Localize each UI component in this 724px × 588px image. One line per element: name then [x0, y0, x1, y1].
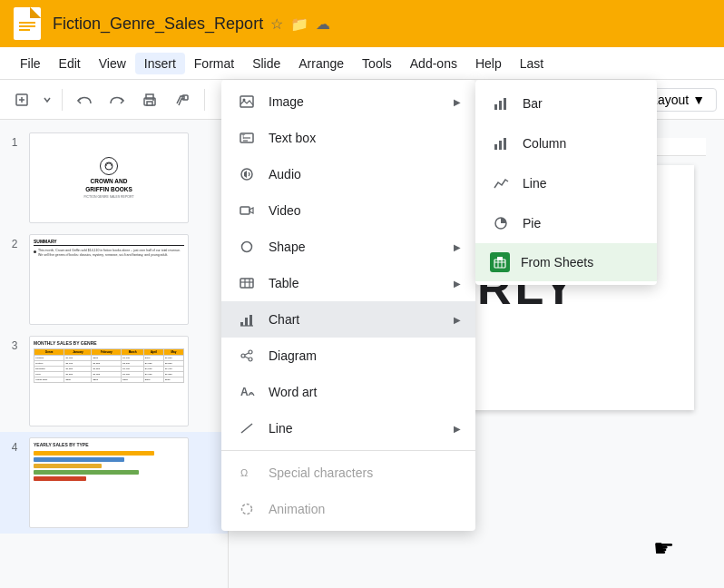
slide-item-4[interactable]: 4 YEARLY SALES BY TYPE	[0, 432, 228, 534]
insert-special-chars-item[interactable]: Ω Special characters	[221, 455, 475, 491]
slide-number-2: 2	[7, 234, 22, 250]
slide-item-3[interactable]: 3 MONTHLY SALES BY GENRE GenreJanuaryFeb…	[0, 330, 228, 432]
menu-tools[interactable]: Tools	[353, 53, 401, 74]
s4-bar-area	[34, 451, 184, 481]
insert-wordart-item[interactable]: A Word art	[221, 374, 475, 410]
slide-item-1[interactable]: 1 CROWN ANDGRIFFIN BOOKS FICTION GENRE S…	[0, 127, 228, 229]
slide-number-1: 1	[7, 132, 22, 149]
star-icon[interactable]: ☆	[270, 15, 283, 33]
menu-help[interactable]: Help	[466, 53, 511, 74]
image-icon	[236, 91, 258, 113]
insert-wordart-label: Word art	[269, 385, 461, 399]
folder-icon[interactable]: 📁	[290, 15, 308, 33]
chart-from-sheets-item[interactable]: From Sheets	[475, 243, 657, 281]
chart-icon	[236, 309, 258, 330]
paint-format-button[interactable]	[168, 85, 197, 114]
undo-button[interactable]	[70, 85, 99, 114]
menu-insert[interactable]: Insert	[135, 53, 185, 74]
cloud-icon[interactable]: ☁	[316, 15, 330, 33]
svg-rect-27	[245, 318, 248, 326]
title-area: Fiction_Genre_Sales_Report ☆ 📁 ☁	[53, 15, 330, 34]
menu-slide[interactable]: Slide	[243, 53, 289, 74]
svg-rect-51	[497, 257, 503, 260]
insert-line-item[interactable]: Line ▶	[221, 410, 475, 446]
insert-table-item[interactable]: Table ▶	[221, 265, 475, 301]
insert-diagram-item[interactable]: Diagram	[221, 338, 475, 374]
special-chars-icon: Ω	[236, 462, 258, 484]
svg-rect-20	[240, 207, 249, 214]
svg-rect-22	[240, 279, 253, 288]
s1-subtitle-text: FICTION GENRE SALES REPORT	[83, 195, 133, 199]
menu-file[interactable]: File	[11, 53, 50, 74]
animation-icon	[236, 498, 258, 520]
s4-heading: YEARLY SALES BY TYPE	[34, 442, 184, 447]
svg-point-30	[241, 354, 245, 358]
svg-rect-41	[499, 101, 502, 110]
chart-line-icon	[490, 172, 512, 194]
svg-point-21	[242, 242, 252, 252]
insert-menu: Image ▶ T Text box Audio Video Shape ▶	[221, 80, 475, 531]
insert-image-item[interactable]: Image ▶	[221, 83, 475, 120]
separator-1	[62, 89, 63, 111]
svg-text:A: A	[240, 386, 249, 398]
slide-item-2[interactable]: 2 SUMMARY This month, Crown and Griffin …	[0, 229, 228, 330]
chart-pie-item[interactable]: Pie	[475, 203, 657, 243]
layout-arrow-icon: ▼	[692, 93, 705, 107]
svg-rect-28	[249, 315, 252, 326]
slide-thumb-2[interactable]: SUMMARY This month, Crown and Griffin so…	[29, 234, 189, 325]
chart-column-item[interactable]: Column	[475, 123, 657, 163]
separator-2	[204, 89, 205, 111]
menu-addons[interactable]: Add-ons	[401, 53, 466, 74]
insert-video-item[interactable]: Video	[221, 192, 475, 229]
menu-view[interactable]: View	[90, 53, 135, 74]
insert-textbox-item[interactable]: T Text box	[221, 120, 475, 156]
menu-last[interactable]: Last	[511, 53, 553, 74]
insert-chart-label: Chart	[269, 312, 454, 327]
redo-button[interactable]	[103, 85, 132, 114]
add-slide-button[interactable]	[7, 85, 36, 114]
chart-arrow-icon: ▶	[454, 315, 461, 325]
doc-icon	[11, 7, 44, 40]
svg-rect-42	[504, 98, 506, 110]
slide-thumb-1[interactable]: CROWN ANDGRIFFIN BOOKS FICTION GENRE SAL…	[29, 132, 189, 223]
svg-rect-11	[182, 95, 188, 100]
chart-line-item[interactable]: Line	[475, 163, 657, 203]
print-button[interactable]	[135, 85, 164, 114]
menu-bar: File Edit View Insert Format Slide Arran…	[0, 47, 724, 80]
textbox-icon: T	[236, 127, 258, 149]
svg-text:T: T	[241, 133, 246, 140]
add-slide-dropdown[interactable]	[40, 85, 54, 114]
svg-point-14	[243, 99, 246, 102]
menu-arrange[interactable]: Arrange	[289, 53, 353, 74]
menu-edit[interactable]: Edit	[50, 53, 90, 74]
insert-special-chars-label: Special characters	[269, 466, 461, 480]
slide-thumb-4[interactable]: YEARLY SALES BY TYPE	[29, 437, 189, 528]
slide-thumb-3[interactable]: MONTHLY SALES BY GENRE GenreJanuaryFebru…	[29, 336, 189, 426]
insert-animation-item[interactable]: Animation	[221, 491, 475, 527]
menu-format[interactable]: Format	[185, 53, 243, 74]
insert-animation-label: Animation	[269, 502, 461, 516]
audio-icon	[236, 163, 258, 185]
insert-audio-item[interactable]: Audio	[221, 156, 475, 192]
diagram-icon	[236, 345, 258, 367]
shape-arrow-icon: ▶	[454, 242, 461, 252]
line-icon	[236, 417, 258, 439]
s3-heading: MONTHLY SALES BY GENRE	[34, 340, 184, 346]
insert-table-label: Table	[269, 276, 454, 290]
insert-chart-item[interactable]: Chart ▶	[221, 301, 475, 338]
svg-rect-40	[494, 104, 497, 110]
insert-image-label: Image	[269, 94, 454, 109]
insert-shape-item[interactable]: Shape ▶	[221, 229, 475, 265]
svg-text:Ω: Ω	[240, 467, 248, 478]
table-icon	[236, 272, 258, 294]
s3-table: GenreJanuaryFebruaryMarchAprilMay Classi…	[34, 348, 184, 383]
svg-rect-44	[499, 141, 502, 150]
svg-rect-43	[494, 144, 497, 150]
doc-title-text[interactable]: Fiction_Genre_Sales_Report	[53, 15, 263, 34]
slide-number-3: 3	[7, 336, 22, 352]
chart-bar-item[interactable]: Bar	[475, 83, 657, 123]
chart-from-sheets-icon	[490, 252, 510, 272]
table-arrow-icon: ▶	[454, 279, 461, 289]
slide-number-4: 4	[7, 437, 22, 454]
svg-rect-13	[240, 96, 253, 107]
